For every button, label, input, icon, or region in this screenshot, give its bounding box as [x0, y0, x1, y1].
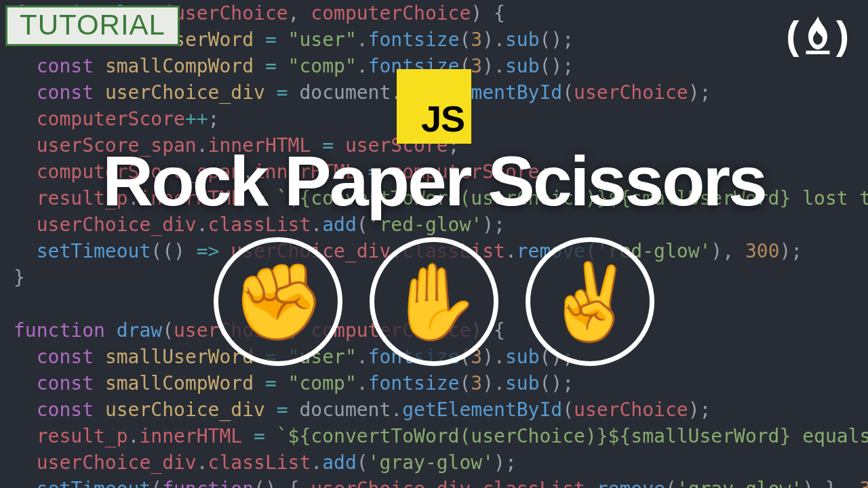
scissors-icon: ✌️	[544, 264, 637, 339]
choices-row: ✊ ✋ ✌️	[214, 237, 654, 366]
rock-icon: ✊	[232, 264, 325, 339]
choice-scissors[interactable]: ✌️	[526, 237, 654, 366]
choice-paper[interactable]: ✋	[370, 237, 498, 366]
choice-rock[interactable]: ✊	[214, 237, 342, 366]
paper-icon: ✋	[388, 264, 481, 339]
